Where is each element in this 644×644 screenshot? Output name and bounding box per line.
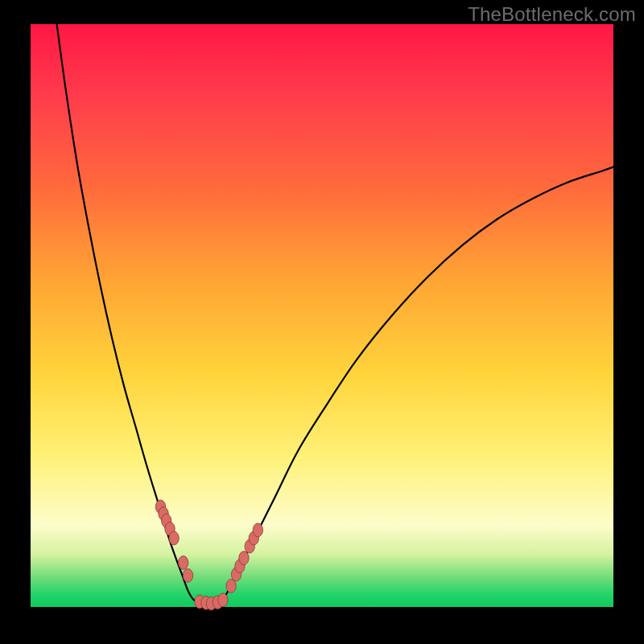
outer-frame: TheBottleneck.com xyxy=(0,0,644,644)
marker-group xyxy=(155,500,262,610)
highlight-dot xyxy=(218,593,228,607)
highlight-dot xyxy=(183,569,192,583)
highlight-dot xyxy=(253,523,262,537)
bottleneck-curve-path xyxy=(57,24,613,604)
highlight-dot xyxy=(169,531,179,545)
highlight-dot xyxy=(178,556,188,570)
bottleneck-curve xyxy=(57,24,613,604)
highlight-dot xyxy=(226,580,236,593)
plot-area xyxy=(31,24,613,607)
highlight-dot xyxy=(239,551,249,565)
watermark-text: TheBottleneck.com xyxy=(468,3,636,26)
chart-svg xyxy=(31,24,613,607)
